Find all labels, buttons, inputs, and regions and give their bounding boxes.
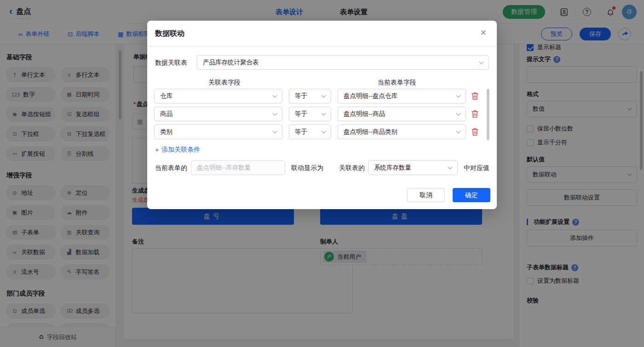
display-as-label: 联动显示为 [291, 160, 323, 175]
linked-table-select[interactable]: 产品库存统计聚合表 [197, 55, 489, 70]
plus-icon: + [155, 146, 159, 154]
condition-operator-select[interactable]: 等于 [289, 125, 331, 139]
column-header-left: 关联表字段 [208, 79, 241, 87]
condition-right-select[interactable]: 盘点明细--盘点仓库 [338, 89, 466, 103]
linked-table-label: 数据关联表 [155, 55, 187, 70]
current-field-input[interactable] [191, 160, 285, 175]
modal-title: 数据联动 [155, 29, 184, 39]
chevron-down-icon [448, 165, 453, 170]
chevron-down-icon [273, 111, 277, 116]
column-header-right: 当前表单字段 [378, 79, 416, 87]
condition-right-select[interactable]: 盘点明细--商品 [338, 107, 466, 121]
suffix-label: 中对应值 [464, 160, 489, 175]
related-table-label: 关联表的 [339, 160, 365, 175]
condition-right-select[interactable]: 盘点明细--商品类别 [338, 125, 466, 139]
chevron-down-icon [456, 93, 461, 98]
modal-header: 数据联动 ✕ [147, 21, 497, 46]
add-condition-link[interactable]: + 添加关联条件 [155, 146, 200, 154]
chevron-down-icon [322, 111, 326, 116]
close-icon[interactable]: ✕ [480, 29, 487, 37]
conditions-scrollbar[interactable] [487, 89, 489, 140]
chevron-down-icon [456, 129, 461, 134]
condition-left-select[interactable]: 商品 [154, 107, 282, 121]
chevron-down-icon [456, 111, 461, 116]
chevron-down-icon [322, 93, 326, 98]
chevron-down-icon [273, 129, 277, 134]
current-form-label: 当前表单的 [155, 160, 187, 175]
related-field-select[interactable]: 系统库存数量 [368, 160, 458, 175]
condition-operator-select[interactable]: 等于 [289, 107, 331, 121]
delete-condition-icon[interactable] [471, 110, 479, 118]
cancel-button[interactable]: 取消 [407, 188, 445, 202]
condition-operator-select[interactable]: 等于 [289, 89, 331, 103]
data-linkage-modal: 数据联动 ✕ 数据关联表 产品库存统计聚合表 关联表字段 当前表单字段 仓库 等… [147, 21, 497, 209]
delete-condition-icon[interactable] [471, 92, 479, 100]
confirm-button[interactable]: 确定 [453, 188, 490, 202]
condition-left-select[interactable]: 类别 [154, 125, 282, 139]
chevron-down-icon [322, 129, 326, 134]
condition-left-select[interactable]: 仓库 [154, 89, 282, 103]
chevron-down-icon [479, 60, 484, 64]
delete-condition-icon[interactable] [471, 128, 479, 136]
chevron-down-icon [273, 93, 277, 98]
